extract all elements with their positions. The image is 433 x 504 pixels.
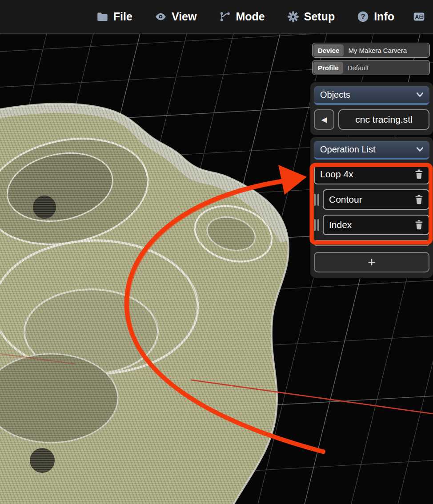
object-file-button[interactable]: cnc tracing.stl bbox=[338, 109, 429, 130]
trash-icon[interactable] bbox=[415, 220, 423, 230]
device-row[interactable]: Device My Makera Carvera bbox=[312, 43, 430, 58]
menu-mode[interactable]: Mode bbox=[219, 10, 265, 23]
menu-file-label: File bbox=[113, 10, 132, 23]
add-operation-button[interactable]: + bbox=[314, 252, 429, 272]
profile-value: Default bbox=[348, 64, 369, 72]
drag-handle[interactable] bbox=[314, 194, 319, 206]
plus-icon: + bbox=[368, 255, 376, 270]
operation-item-loop[interactable]: Loop 4x bbox=[314, 164, 429, 184]
objects-dropdown-header[interactable]: Objects bbox=[314, 86, 429, 105]
chevron-down-icon bbox=[417, 147, 423, 152]
operation-empty-slot bbox=[314, 240, 429, 246]
object-file-name: cnc tracing.stl bbox=[355, 114, 412, 125]
device-value: My Makera Carvera bbox=[348, 47, 407, 54]
operation-item-contour[interactable]: Contour bbox=[323, 189, 429, 210]
svg-text:A: A bbox=[415, 14, 419, 20]
profile-label: Profile bbox=[313, 62, 343, 74]
operation-label: Index bbox=[329, 220, 352, 230]
operation-row: Contour bbox=[314, 189, 429, 210]
operations-header-label: Operation List bbox=[320, 144, 376, 155]
profile-row[interactable]: Profile Default bbox=[312, 60, 430, 75]
operations-dropdown-header[interactable]: Operation List bbox=[314, 141, 429, 160]
operation-row: Index bbox=[314, 215, 429, 235]
device-label: Device bbox=[313, 44, 344, 56]
operations-panel: Operation List Loop 4x Contour bbox=[310, 137, 433, 278]
menu-info[interactable]: ? Info bbox=[357, 10, 394, 23]
gear-icon bbox=[287, 11, 299, 23]
top-menubar: File View Mode bbox=[0, 0, 433, 33]
objects-header-label: Objects bbox=[320, 90, 350, 100]
object-prev-button[interactable]: ◀ bbox=[314, 109, 334, 130]
trash-icon[interactable] bbox=[415, 169, 423, 179]
operation-label: Contour bbox=[329, 194, 362, 205]
trash-icon[interactable] bbox=[415, 195, 423, 204]
menu-mode-label: Mode bbox=[236, 10, 265, 23]
menu-translate[interactable]: A bbox=[413, 11, 425, 23]
operation-row: Loop 4x bbox=[314, 164, 429, 184]
eye-icon bbox=[155, 11, 167, 23]
operation-label: Loop 4x bbox=[320, 169, 353, 180]
translate-icon: A bbox=[413, 11, 425, 23]
chevron-down-icon bbox=[417, 92, 423, 97]
svg-text:?: ? bbox=[361, 13, 365, 20]
drag-handle[interactable] bbox=[314, 219, 319, 231]
menu-view[interactable]: View bbox=[155, 10, 197, 23]
menu-file[interactable]: File bbox=[96, 10, 132, 23]
objects-panel: Objects ◀ cnc tracing.stl bbox=[310, 82, 433, 135]
chevron-left-icon: ◀ bbox=[321, 115, 327, 124]
menu-info-label: Info bbox=[374, 10, 394, 23]
folder-icon bbox=[96, 11, 108, 23]
menu-setup-label: Setup bbox=[304, 10, 335, 23]
help-icon: ? bbox=[357, 11, 369, 23]
menu-setup[interactable]: Setup bbox=[287, 10, 335, 23]
operation-item-index[interactable]: Index bbox=[323, 215, 429, 235]
menu-view-label: View bbox=[172, 10, 197, 23]
branch-icon bbox=[219, 11, 231, 23]
